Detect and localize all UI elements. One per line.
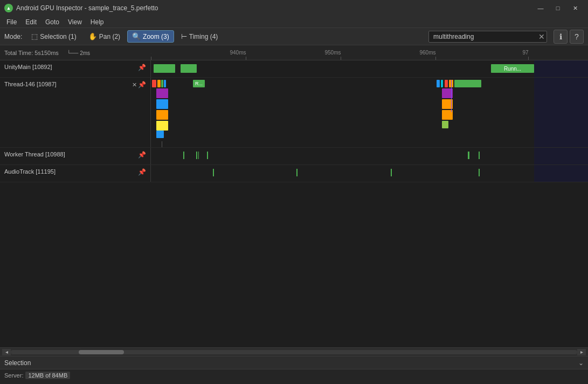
seg-146-r1 (152, 80, 156, 87)
toolbar-right-buttons: ℹ ? (554, 30, 584, 44)
thread-name-146: Thread-146 [10987] (4, 81, 130, 87)
close-icon-146[interactable]: ✕ (132, 81, 137, 88)
search-container: ✕ (428, 31, 547, 43)
zoom-icon: 🔍 (132, 32, 141, 40)
mode-zoom-label: Zoom (3) (143, 33, 169, 40)
window-title: Android GPU Inspector - sample_trace_5.p… (16, 4, 532, 12)
horizontal-scrollbar[interactable]: ◂ ▸ (0, 347, 588, 356)
selection-chevron: ⌄ (578, 359, 584, 367)
thread-row-unitymain: UnityMain [10892] 📌 Runn... (0, 60, 588, 78)
help-button[interactable]: ? (570, 30, 584, 44)
thread-track-worker[interactable] (151, 148, 588, 164)
seg-unitymain-1 (154, 64, 175, 73)
tick-worker-1 (183, 152, 184, 159)
pin-icon-unitymain[interactable]: 📌 (138, 64, 146, 71)
mode-timing-button[interactable]: ⊢ Timing (4) (176, 30, 223, 43)
seg-unitymain-2 (181, 64, 197, 73)
timeline-ruler: 930ms 940ms 950ms 960ms 97 (151, 45, 588, 60)
tick-worker-2 (196, 152, 197, 159)
mode-timing-label: Timing (4) (189, 33, 218, 40)
empty-track-area (0, 182, 588, 290)
pin-icon-worker[interactable]: 📌 (138, 151, 146, 159)
mode-pan-label: Pan (2) (99, 33, 120, 40)
title-bar: ▲ Android GPU Inspector - sample_trace_5… (0, 0, 588, 16)
timing-icon: ⊢ (181, 32, 187, 40)
selection-content: Server: 12MB of 84MB (0, 369, 588, 381)
seg-146-r4 (164, 80, 166, 87)
main-content: Total Time: 5s150ms └── 2ms 930ms 940ms … (0, 45, 588, 384)
thread-track-unitymain[interactable]: Runn... (151, 60, 588, 77)
tick-worker-right-2 (479, 152, 480, 159)
ruler-tick-950: 950ms (341, 57, 341, 60)
thread-name-worker: Worker Thread [10988] (4, 151, 136, 157)
menu-view[interactable]: View (64, 17, 86, 27)
server-info: Server: 12MB of 84MB (4, 372, 584, 379)
scroll-thumb[interactable] (79, 350, 124, 354)
tick-audio-3 (391, 169, 392, 176)
seg-146-rstack-4 (442, 121, 448, 128)
seg-unitymain-running: Runn... (491, 64, 534, 73)
maximize-button[interactable]: □ (549, 0, 566, 16)
selection-panel: Selection ⌄ Server: 12MB of 84MB (0, 356, 588, 384)
pin-icon-146[interactable]: 📌 (138, 81, 146, 88)
seg-146-stack-5 (156, 131, 164, 138)
seg-146-r2 (157, 80, 161, 87)
thread-name-unitymain: UnityMain [10892] (4, 64, 136, 70)
seg-146-stack-4 (156, 121, 168, 131)
thread-name-audiotrack: AudioTrack [11195] (4, 168, 136, 175)
server-label: Server: (4, 372, 23, 379)
toolbar: Mode: ⬚ Selection (1) ✋ Pan (2) 🔍 Zoom (… (0, 28, 588, 45)
ruler-tick-960: 960ms (435, 57, 436, 60)
menu-bar: File Edit Goto View Help (0, 16, 588, 28)
mode-zoom-button[interactable]: 🔍 Zoom (3) (127, 30, 174, 43)
seg-146-r3 (161, 80, 163, 87)
ruler-tick-97: 97 (528, 57, 529, 60)
menu-help[interactable]: Help (86, 17, 108, 27)
thread-label-audiotrack: AudioTrack [11195] 📌 (0, 165, 151, 182)
menu-edit[interactable]: Edit (21, 17, 41, 27)
thread-label-146: Thread-146 [10987] ✕ 📌 (0, 78, 151, 147)
search-clear-button[interactable]: ✕ (538, 32, 545, 41)
pin-icon-audiotrack[interactable]: 📌 (138, 168, 146, 176)
thread-label-worker: Worker Thread [10988] 📌 (0, 148, 151, 164)
seg-146-running-left: R... (193, 80, 205, 87)
total-time: Total Time: 5s150ms └── 2ms (0, 50, 151, 56)
seg-146-right-1 (437, 80, 440, 87)
scroll-left-arrow[interactable]: ◂ (2, 349, 11, 355)
mode-label: Mode: (4, 33, 22, 40)
tick-audio-2 (296, 169, 298, 176)
tick-audio-1 (213, 169, 214, 176)
scroll-right-arrow[interactable]: ▸ (577, 349, 586, 355)
thread-track-146[interactable]: R... (151, 78, 588, 147)
menu-file[interactable]: File (2, 17, 21, 27)
seg-146-stack-2 (156, 99, 168, 109)
mode-selection-button[interactable]: ⬚ Selection (1) (26, 30, 81, 43)
seg-146-right-2 (441, 80, 443, 87)
thread-row-worker: Worker Thread [10988] 📌 (0, 148, 588, 165)
mode-pan-button[interactable]: ✋ Pan (2) (84, 30, 125, 43)
thread-row-146: Thread-146 [10987] ✕ 📌 (0, 78, 588, 148)
thread-label-unitymain: UnityMain [10892] 📌 (0, 60, 151, 77)
app-icon: ▲ (4, 4, 13, 12)
search-input[interactable] (428, 31, 547, 43)
pan-icon: ✋ (88, 32, 97, 40)
ruler-tick-930: 930ms (151, 57, 151, 60)
minimize-button[interactable]: — (532, 0, 549, 16)
tick-worker-right-1 (468, 152, 469, 159)
threads-area: UnityMain [10892] 📌 Runn... Thread-146 [… (0, 60, 588, 347)
tick-worker-4 (207, 152, 208, 159)
thread-track-audiotrack[interactable] (151, 165, 588, 182)
seg-146-stack-1 (156, 88, 168, 98)
seg-146-stack-3 (156, 110, 168, 120)
selection-header[interactable]: Selection ⌄ (0, 356, 588, 369)
selection-title: Selection (4, 359, 31, 367)
menu-goto[interactable]: Goto (41, 17, 64, 27)
seg-146-right-3 (445, 80, 448, 87)
title-controls: — □ ✕ (532, 0, 584, 16)
info-button[interactable]: ℹ (554, 30, 568, 44)
time-header: Total Time: 5s150ms └── 2ms 930ms 940ms … (0, 45, 588, 60)
selection-icon: ⬚ (31, 32, 38, 40)
tick-worker-3 (198, 152, 199, 159)
close-button[interactable]: ✕ (566, 0, 584, 16)
scroll-track[interactable] (11, 350, 577, 354)
